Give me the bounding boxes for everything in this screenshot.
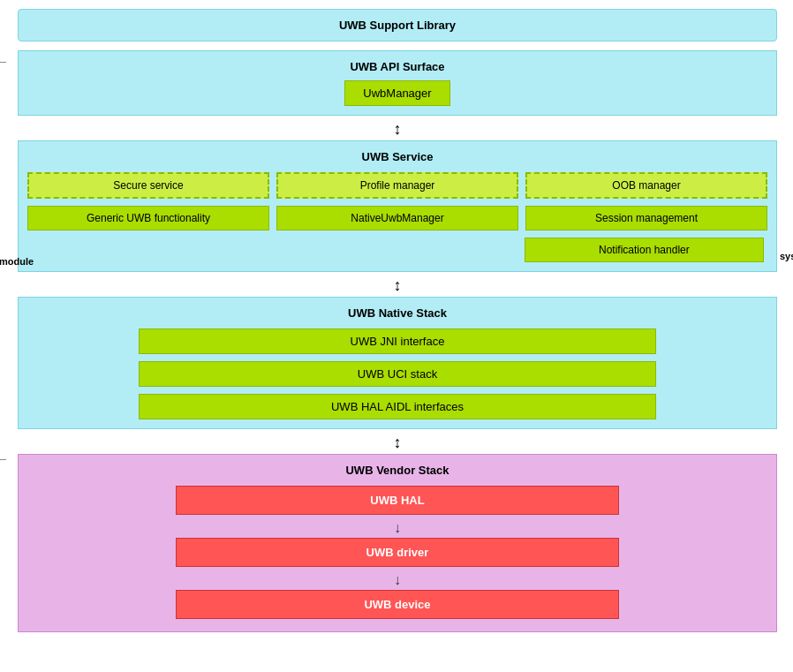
service-row3: Notification handler bbox=[27, 238, 767, 262]
aosp-bracket: AOSP module bbox=[0, 62, 13, 460]
vendor-arrow-2: ↓ bbox=[394, 572, 401, 588]
native-uwb-manager-box: NativeUwbManager bbox=[276, 206, 518, 230]
uwb-support-library-title: UWB Support Library bbox=[339, 19, 456, 32]
uwb-api-surface: UWB API Surface UwbManager bbox=[18, 50, 777, 116]
uwb-service-title: UWB Service bbox=[27, 150, 767, 163]
uwb-device: UWB device bbox=[176, 590, 620, 619]
notification-handler-box: Notification handler bbox=[525, 238, 764, 262]
uwb-api-surface-title: UWB API Surface bbox=[27, 60, 767, 73]
arrow-native-to-vendor: ↕ bbox=[18, 434, 777, 450]
arrow-service-to-native: ↕ bbox=[18, 277, 777, 293]
uwb-jni-interface: UWB JNI interface bbox=[139, 328, 657, 354]
uwb-vendor-stack: UWB Vendor Stack UWB HAL ↓ UWB driver ↓ … bbox=[18, 454, 777, 632]
profile-manager-box: Profile manager bbox=[276, 172, 518, 199]
native-items: UWB JNI interface UWB UCI stack UWB HAL … bbox=[27, 328, 767, 419]
uwb-manager-label: UwbManager bbox=[363, 87, 431, 100]
arrow-api-to-service: ↕ bbox=[18, 121, 777, 137]
uwb-manager-box: UwbManager bbox=[344, 80, 449, 106]
session-management-box: Session management bbox=[525, 206, 767, 230]
uwb-hal: UWB HAL bbox=[176, 486, 620, 515]
uwb-support-library: UWB Support Library bbox=[18, 9, 777, 42]
uwb-uci-stack: UWB UCI stack bbox=[139, 361, 657, 387]
uwb-vendor-stack-title: UWB Vendor Stack bbox=[27, 464, 767, 477]
oob-manager-box: OOB manager bbox=[525, 172, 767, 199]
service-row1: Secure service Profile manager OOB manag… bbox=[27, 172, 767, 199]
system-server-label: system_serverprocess bbox=[780, 251, 793, 272]
uwb-native-stack-title: UWB Native Stack bbox=[27, 306, 767, 320]
uwb-driver: UWB driver bbox=[176, 538, 620, 567]
vendor-arrow-1: ↓ bbox=[394, 520, 401, 536]
system-server-bracket: system_serverprocess bbox=[786, 62, 793, 460]
aosp-label: AOSP module bbox=[0, 256, 34, 267]
uwb-native-stack: UWB Native Stack UWB JNI interface UWB U… bbox=[18, 297, 777, 429]
service-row2: Generic UWB functionality NativeUwbManag… bbox=[27, 206, 767, 230]
vendor-items: UWB HAL ↓ UWB driver ↓ UWB device bbox=[27, 486, 767, 623]
secure-service-box: Secure service bbox=[27, 172, 269, 199]
uwb-service: UWB Service Secure service Profile manag… bbox=[18, 140, 777, 272]
generic-uwb-box: Generic UWB functionality bbox=[27, 206, 269, 230]
uwb-hal-aidl: UWB HAL AIDL interfaces bbox=[139, 394, 657, 419]
